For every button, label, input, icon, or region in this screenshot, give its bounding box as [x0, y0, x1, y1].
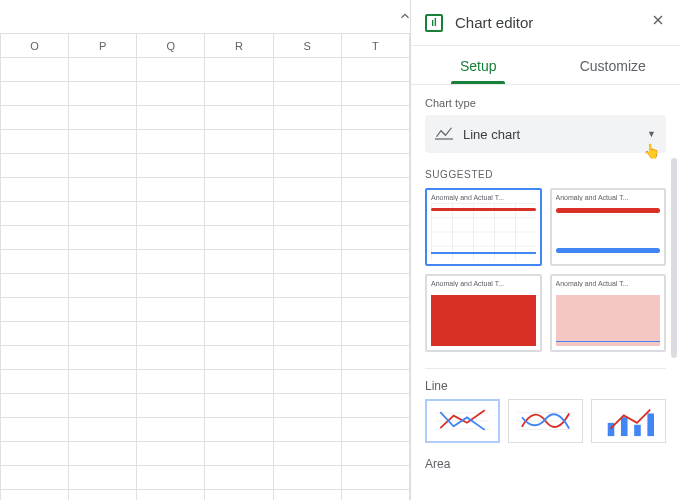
cell[interactable]: [341, 202, 409, 226]
cell[interactable]: [341, 490, 409, 501]
cell[interactable]: [137, 346, 205, 370]
cell[interactable]: [205, 442, 273, 466]
cell[interactable]: [69, 82, 137, 106]
cell[interactable]: [137, 418, 205, 442]
col-header[interactable]: T: [341, 34, 409, 58]
cell[interactable]: [273, 130, 341, 154]
cell[interactable]: [341, 178, 409, 202]
cell[interactable]: [69, 346, 137, 370]
cell[interactable]: [273, 82, 341, 106]
cell[interactable]: [69, 178, 137, 202]
cell[interactable]: [205, 466, 273, 490]
suggested-thumb-stacked-area[interactable]: Anomaly and Actual T...: [550, 274, 667, 352]
cell[interactable]: [69, 418, 137, 442]
cell[interactable]: [205, 394, 273, 418]
col-header[interactable]: O: [1, 34, 69, 58]
cell[interactable]: [69, 298, 137, 322]
cell[interactable]: [137, 322, 205, 346]
col-header[interactable]: S: [273, 34, 341, 58]
line-chart-option-combo[interactable]: [591, 399, 666, 443]
cell[interactable]: [273, 346, 341, 370]
cell[interactable]: [69, 442, 137, 466]
cell[interactable]: [273, 106, 341, 130]
cell[interactable]: [69, 466, 137, 490]
cell[interactable]: [205, 58, 273, 82]
scrollbar-thumb[interactable]: [671, 158, 677, 358]
cell[interactable]: [273, 490, 341, 501]
cell[interactable]: [273, 370, 341, 394]
cell[interactable]: [1, 322, 69, 346]
cell[interactable]: [1, 490, 69, 501]
cell[interactable]: [341, 106, 409, 130]
cell[interactable]: [1, 106, 69, 130]
cell[interactable]: [69, 322, 137, 346]
cell[interactable]: [341, 130, 409, 154]
cell[interactable]: [1, 442, 69, 466]
cell[interactable]: [341, 322, 409, 346]
suggested-thumb-smooth[interactable]: Anomaly and Actual T...: [550, 188, 667, 266]
cell[interactable]: [205, 178, 273, 202]
cell[interactable]: [69, 154, 137, 178]
cell[interactable]: [137, 58, 205, 82]
cell[interactable]: [1, 346, 69, 370]
cell[interactable]: [205, 490, 273, 501]
suggested-thumb-line[interactable]: Anomaly and Actual T...: [425, 188, 542, 266]
col-header[interactable]: R: [205, 34, 273, 58]
cell[interactable]: [1, 154, 69, 178]
cell[interactable]: [137, 442, 205, 466]
cell[interactable]: [205, 274, 273, 298]
cell[interactable]: [341, 82, 409, 106]
cell[interactable]: [1, 466, 69, 490]
cell[interactable]: [273, 226, 341, 250]
cell[interactable]: [137, 178, 205, 202]
col-header[interactable]: Q: [137, 34, 205, 58]
cell[interactable]: [137, 298, 205, 322]
cell[interactable]: [137, 370, 205, 394]
cell[interactable]: [137, 106, 205, 130]
cell[interactable]: [273, 178, 341, 202]
cell[interactable]: [205, 346, 273, 370]
cell[interactable]: [205, 82, 273, 106]
cell[interactable]: [205, 418, 273, 442]
cell[interactable]: [205, 106, 273, 130]
cell[interactable]: [341, 298, 409, 322]
cell[interactable]: [1, 394, 69, 418]
cell[interactable]: [205, 130, 273, 154]
cell[interactable]: [273, 442, 341, 466]
cell[interactable]: [273, 298, 341, 322]
suggested-thumb-area[interactable]: Anomaly and Actual T...: [425, 274, 542, 352]
cell[interactable]: [1, 130, 69, 154]
cell[interactable]: [273, 274, 341, 298]
cell[interactable]: [273, 250, 341, 274]
line-chart-option-smooth[interactable]: [508, 399, 583, 443]
cell[interactable]: [341, 418, 409, 442]
cell[interactable]: [137, 130, 205, 154]
cell[interactable]: [1, 298, 69, 322]
cell[interactable]: [137, 202, 205, 226]
cell[interactable]: [273, 58, 341, 82]
cell[interactable]: [69, 274, 137, 298]
tab-customize[interactable]: Customize: [546, 46, 681, 84]
cell[interactable]: [1, 202, 69, 226]
col-header[interactable]: P: [69, 34, 137, 58]
cell[interactable]: [1, 82, 69, 106]
cell[interactable]: [69, 490, 137, 501]
cell[interactable]: [341, 442, 409, 466]
cell[interactable]: [205, 298, 273, 322]
tab-setup[interactable]: Setup: [411, 46, 546, 84]
cell[interactable]: [273, 202, 341, 226]
cell[interactable]: [273, 394, 341, 418]
chart-type-dropdown[interactable]: Line chart ▼ 👆: [425, 115, 666, 153]
cell[interactable]: [205, 226, 273, 250]
cell[interactable]: [341, 226, 409, 250]
cell[interactable]: [341, 154, 409, 178]
cell[interactable]: [69, 226, 137, 250]
cell[interactable]: [1, 178, 69, 202]
cell[interactable]: [69, 250, 137, 274]
cell[interactable]: [137, 250, 205, 274]
cell[interactable]: [273, 154, 341, 178]
close-button[interactable]: [648, 10, 668, 35]
cell[interactable]: [1, 250, 69, 274]
cell[interactable]: [341, 346, 409, 370]
cell[interactable]: [137, 490, 205, 501]
